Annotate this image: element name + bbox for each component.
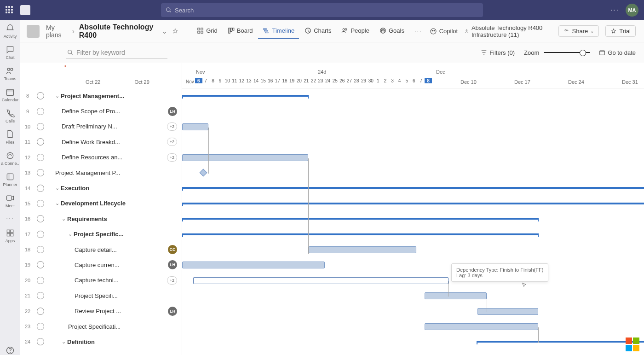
task-row[interactable]: 12 Define Resources an...+2 bbox=[20, 150, 182, 165]
day-cell[interactable]: 2 bbox=[382, 78, 389, 83]
chevron-down-icon[interactable]: ⌄ bbox=[62, 216, 66, 222]
gantt-bar[interactable] bbox=[182, 262, 325, 268]
day-cell[interactable]: 10 bbox=[224, 78, 231, 83]
pin-icon[interactable] bbox=[172, 28, 178, 35]
task-row[interactable]: 19 Capture curren...LH bbox=[20, 257, 182, 273]
gantt-bar[interactable] bbox=[182, 218, 539, 220]
copilot-button[interactable]: Copilot bbox=[430, 28, 458, 35]
task-row[interactable]: 15 ⌄Development Lifecycle bbox=[20, 196, 182, 211]
task-row[interactable]: 10 Draft Preliminary N...+2 bbox=[20, 119, 182, 134]
day-cell[interactable]: 6 bbox=[410, 78, 418, 83]
task-row[interactable]: 23 Project Specificati... bbox=[20, 319, 182, 334]
day-cell[interactable]: 8 bbox=[209, 78, 217, 83]
group-link[interactable]: Absolute Technology R400 Infrastructure … bbox=[464, 24, 552, 38]
complete-toggle[interactable] bbox=[37, 292, 44, 299]
complete-toggle[interactable] bbox=[37, 231, 44, 238]
day-cell[interactable]: 25 bbox=[331, 78, 339, 83]
tab-board[interactable]: Board bbox=[223, 23, 258, 39]
rail-files[interactable]: Files bbox=[6, 130, 15, 145]
gantt-bar[interactable] bbox=[193, 277, 448, 284]
rail-activity[interactable]: Activity bbox=[4, 24, 17, 39]
tab-timeline[interactable]: Timeline bbox=[258, 23, 299, 39]
day-cell[interactable]: 26 bbox=[339, 78, 346, 83]
filters-button[interactable]: Filters (0) bbox=[481, 49, 515, 56]
day-cell[interactable]: 7 bbox=[202, 78, 210, 83]
gantt-bar[interactable] bbox=[425, 323, 538, 330]
complete-toggle[interactable] bbox=[37, 108, 44, 115]
complete-toggle[interactable] bbox=[37, 338, 44, 345]
gantt-bar[interactable] bbox=[182, 233, 539, 235]
day-cell[interactable]: 22 bbox=[310, 78, 317, 83]
complete-toggle[interactable] bbox=[37, 185, 44, 192]
tab-charts[interactable]: Charts bbox=[300, 23, 336, 39]
rail-more[interactable]: ··· bbox=[6, 215, 14, 222]
day-cell[interactable]: 23 bbox=[317, 78, 324, 83]
zoom-slider[interactable] bbox=[544, 52, 590, 53]
day-cell[interactable]: 20 bbox=[295, 78, 303, 83]
tab-goals[interactable]: Goals bbox=[375, 23, 409, 39]
rail-calls[interactable]: Calls bbox=[6, 109, 15, 123]
complete-toggle[interactable] bbox=[37, 138, 44, 145]
add-new-task[interactable]: +Add new task bbox=[20, 350, 182, 355]
rail-apps[interactable]: Apps bbox=[6, 228, 15, 243]
more-assignees[interactable]: +2 bbox=[167, 138, 177, 146]
day-cell[interactable]: 13 bbox=[245, 78, 253, 83]
gantt-bar[interactable] bbox=[309, 246, 416, 253]
gantt-chart[interactable]: Nov 24d Dec Nov 678910111213141516171819… bbox=[182, 63, 644, 355]
app-launcher-icon[interactable] bbox=[6, 6, 14, 14]
complete-toggle[interactable] bbox=[37, 200, 44, 207]
tab-grid[interactable]: Grid bbox=[192, 23, 222, 39]
milestone-marker[interactable] bbox=[200, 169, 207, 177]
more-icon[interactable]: ··· bbox=[610, 6, 619, 14]
gantt-bar[interactable] bbox=[182, 123, 208, 130]
task-row[interactable]: 24 ⌄Definition bbox=[20, 334, 182, 349]
chevron-down-icon[interactable]: ⌄ bbox=[55, 185, 59, 191]
day-cell[interactable]: 3 bbox=[389, 78, 396, 83]
chevron-down-icon[interactable]: ⌄ bbox=[68, 231, 72, 237]
rail-calendar[interactable]: Calendar bbox=[2, 87, 19, 102]
gantt-bar[interactable] bbox=[425, 292, 487, 299]
tab-people[interactable]: People bbox=[337, 23, 374, 39]
day-cell[interactable]: 1 bbox=[374, 78, 382, 83]
day-cell[interactable]: 9 bbox=[217, 78, 224, 83]
day-cell[interactable]: 14 bbox=[253, 78, 260, 83]
day-cell[interactable]: 8 bbox=[425, 78, 432, 83]
complete-toggle[interactable] bbox=[37, 261, 44, 268]
gantt-bar[interactable] bbox=[182, 187, 644, 189]
assignee-avatar[interactable]: LH bbox=[168, 260, 177, 269]
day-cell[interactable]: 15 bbox=[259, 78, 267, 83]
task-row[interactable]: 17 ⌄Project Specific... bbox=[20, 227, 182, 242]
tab-more[interactable]: ··· bbox=[410, 23, 427, 39]
assignee-avatar[interactable]: CC bbox=[168, 245, 177, 254]
task-row[interactable]: 11 Define Work Breakd...+2 bbox=[20, 134, 182, 150]
day-cell[interactable]: 30 bbox=[367, 78, 374, 83]
more-assignees[interactable]: +2 bbox=[167, 122, 177, 131]
gantt-bar[interactable] bbox=[182, 203, 644, 204]
day-cell[interactable]: 19 bbox=[288, 78, 296, 83]
rail-planner[interactable]: Planner bbox=[3, 172, 17, 187]
chevron-down-icon[interactable]: ⌄ bbox=[55, 93, 59, 99]
day-cell[interactable]: 21 bbox=[303, 78, 310, 83]
complete-toggle[interactable] bbox=[37, 215, 44, 222]
chevron-down-icon[interactable]: ⌄ bbox=[55, 200, 59, 206]
day-cell[interactable]: 5 bbox=[403, 78, 410, 83]
assignee-avatar[interactable]: LH bbox=[168, 307, 177, 316]
rail-viva[interactable]: a Conne.. bbox=[1, 151, 19, 166]
complete-toggle[interactable] bbox=[37, 308, 44, 315]
task-row[interactable]: 20 Capture techni...+2 bbox=[20, 273, 182, 288]
complete-toggle[interactable] bbox=[37, 323, 44, 330]
complete-toggle[interactable] bbox=[37, 277, 44, 284]
task-row[interactable]: 16 ⌄Requirements bbox=[20, 211, 182, 227]
task-row[interactable]: 14 ⌄Execution bbox=[20, 180, 182, 196]
goto-date-button[interactable]: Go to date bbox=[599, 49, 636, 56]
task-row[interactable]: 21 Project Specifi... bbox=[20, 288, 182, 303]
rail-meet[interactable]: Meet bbox=[6, 193, 15, 208]
day-cell[interactable]: 18 bbox=[281, 78, 288, 83]
day-cell[interactable]: 28 bbox=[353, 78, 360, 83]
share-button[interactable]: Share⌄ bbox=[558, 25, 599, 37]
day-cell[interactable]: 6 bbox=[195, 78, 202, 83]
plan-dropdown-icon[interactable]: ⌄ bbox=[161, 27, 167, 35]
day-cell[interactable]: 12 bbox=[238, 78, 246, 83]
day-cell[interactable]: 17 bbox=[274, 78, 282, 83]
day-cell[interactable]: 11 bbox=[231, 78, 238, 83]
